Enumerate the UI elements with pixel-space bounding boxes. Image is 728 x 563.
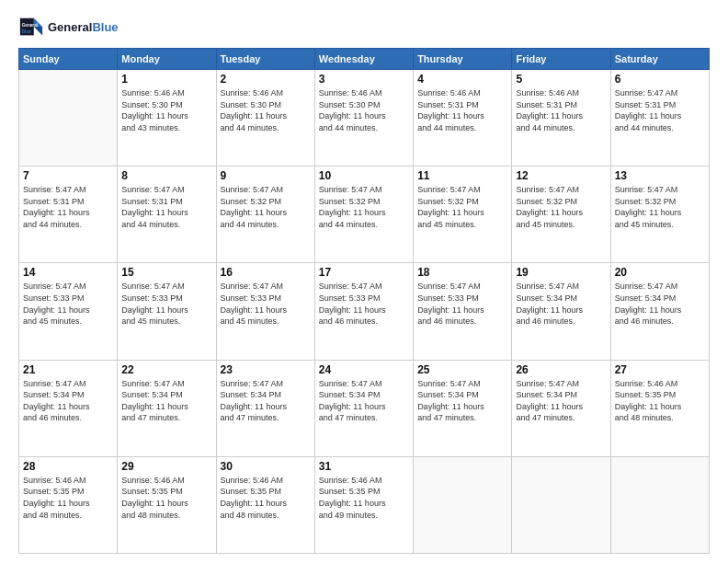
day-number: 2 [221,73,311,86]
calendar-cell: 21Sunrise: 5:47 AM Sunset: 5:34 PM Dayli… [19,360,118,456]
day-number: 22 [121,363,211,376]
day-header-monday: Monday [118,49,216,70]
calendar-cell: 10Sunrise: 5:47 AM Sunset: 5:32 PM Dayli… [314,167,413,263]
day-header-thursday: Thursday [414,49,512,70]
logo-line1: GeneralBlue [48,21,119,34]
calendar-cell: 6Sunrise: 5:47 AM Sunset: 5:31 PM Daylig… [610,70,709,167]
calendar-header-row: SundayMondayTuesdayWednesdayThursdayFrid… [19,49,710,70]
calendar-cell: 14Sunrise: 5:47 AM Sunset: 5:33 PM Dayli… [19,263,118,360]
calendar-cell: 4Sunrise: 5:46 AM Sunset: 5:31 PM Daylig… [414,70,512,167]
cell-info: Sunrise: 5:46 AM Sunset: 5:30 PM Dayligh… [121,87,211,133]
calendar-cell: 18Sunrise: 5:47 AM Sunset: 5:33 PM Dayli… [414,263,512,360]
calendar-cell: 20Sunrise: 5:47 AM Sunset: 5:34 PM Dayli… [610,263,709,360]
cell-info: Sunrise: 5:46 AM Sunset: 5:35 PM Dayligh… [23,475,113,521]
calendar-cell: 24Sunrise: 5:47 AM Sunset: 5:34 PM Dayli… [314,360,413,456]
logo: General Blue GeneralBlue [18,15,119,40]
day-number: 14 [23,266,113,279]
calendar-cell: 9Sunrise: 5:47 AM Sunset: 5:32 PM Daylig… [216,167,314,263]
cell-info: Sunrise: 5:47 AM Sunset: 5:32 PM Dayligh… [516,184,606,230]
cell-info: Sunrise: 5:47 AM Sunset: 5:33 PM Dayligh… [121,281,211,327]
calendar-cell: 16Sunrise: 5:47 AM Sunset: 5:33 PM Dayli… [216,263,314,360]
day-number: 19 [516,266,606,279]
day-header-tuesday: Tuesday [216,49,314,70]
cell-info: Sunrise: 5:47 AM Sunset: 5:34 PM Dayligh… [319,378,409,424]
cell-info: Sunrise: 5:47 AM Sunset: 5:34 PM Dayligh… [23,378,113,424]
day-number: 20 [615,266,705,279]
cell-info: Sunrise: 5:47 AM Sunset: 5:32 PM Dayligh… [221,184,311,230]
day-number: 30 [221,460,311,473]
day-number: 27 [615,363,705,376]
day-header-friday: Friday [512,49,610,70]
header: General Blue GeneralBlue [18,15,710,40]
cell-info: Sunrise: 5:47 AM Sunset: 5:33 PM Dayligh… [23,281,113,327]
day-number: 3 [319,73,409,86]
calendar-cell: 2Sunrise: 5:46 AM Sunset: 5:30 PM Daylig… [216,70,314,167]
cell-info: Sunrise: 5:47 AM Sunset: 5:34 PM Dayligh… [417,378,507,424]
day-number: 25 [417,363,507,376]
calendar-cell: 23Sunrise: 5:47 AM Sunset: 5:34 PM Dayli… [216,360,314,456]
day-number: 15 [121,266,211,279]
calendar-cell: 13Sunrise: 5:47 AM Sunset: 5:32 PM Dayli… [610,167,709,263]
day-number: 31 [319,460,409,473]
day-number: 11 [417,169,507,182]
cell-info: Sunrise: 5:47 AM Sunset: 5:32 PM Dayligh… [615,184,705,230]
day-number: 5 [516,73,606,86]
cell-info: Sunrise: 5:46 AM Sunset: 5:35 PM Dayligh… [319,475,409,521]
calendar-cell: 28Sunrise: 5:46 AM Sunset: 5:35 PM Dayli… [19,456,118,553]
day-number: 9 [221,169,311,182]
day-header-saturday: Saturday [610,49,709,70]
calendar-week-4: 21Sunrise: 5:47 AM Sunset: 5:34 PM Dayli… [19,360,710,456]
day-number: 29 [121,460,211,473]
page: General Blue GeneralBlue SundayMondayTue… [0,0,728,563]
calendar-week-5: 28Sunrise: 5:46 AM Sunset: 5:35 PM Dayli… [19,456,710,553]
calendar-cell: 25Sunrise: 5:47 AM Sunset: 5:34 PM Dayli… [414,360,512,456]
day-number: 7 [23,169,113,182]
day-number: 28 [23,460,113,473]
cell-info: Sunrise: 5:47 AM Sunset: 5:34 PM Dayligh… [221,378,311,424]
calendar-cell: 5Sunrise: 5:46 AM Sunset: 5:31 PM Daylig… [512,70,610,167]
day-number: 23 [221,363,311,376]
cell-info: Sunrise: 5:46 AM Sunset: 5:31 PM Dayligh… [516,87,606,133]
day-number: 4 [417,73,507,86]
cell-info: Sunrise: 5:47 AM Sunset: 5:34 PM Dayligh… [516,378,606,424]
day-number: 16 [221,266,311,279]
calendar-week-3: 14Sunrise: 5:47 AM Sunset: 5:33 PM Dayli… [19,263,710,360]
svg-text:Blue: Blue [22,29,32,34]
calendar-cell: 31Sunrise: 5:46 AM Sunset: 5:35 PM Dayli… [314,456,413,553]
day-number: 6 [615,73,705,86]
cell-info: Sunrise: 5:46 AM Sunset: 5:30 PM Dayligh… [319,87,409,133]
day-number: 1 [121,73,211,86]
calendar-cell: 3Sunrise: 5:46 AM Sunset: 5:30 PM Daylig… [314,70,413,167]
calendar-cell: 19Sunrise: 5:47 AM Sunset: 5:34 PM Dayli… [512,263,610,360]
calendar-cell: 30Sunrise: 5:46 AM Sunset: 5:35 PM Dayli… [216,456,314,553]
logo-text: GeneralBlue [48,21,119,34]
calendar-cell: 29Sunrise: 5:46 AM Sunset: 5:35 PM Dayli… [118,456,216,553]
svg-marker-1 [34,27,42,35]
cell-info: Sunrise: 5:47 AM Sunset: 5:33 PM Dayligh… [221,281,311,327]
calendar-cell: 7Sunrise: 5:47 AM Sunset: 5:31 PM Daylig… [19,167,118,263]
cell-info: Sunrise: 5:46 AM Sunset: 5:35 PM Dayligh… [121,475,211,521]
day-number: 10 [319,169,409,182]
day-number: 8 [121,169,211,182]
cell-info: Sunrise: 5:47 AM Sunset: 5:34 PM Dayligh… [121,378,211,424]
calendar-cell: 17Sunrise: 5:47 AM Sunset: 5:33 PM Dayli… [314,263,413,360]
cell-info: Sunrise: 5:46 AM Sunset: 5:30 PM Dayligh… [221,87,311,133]
day-number: 12 [516,169,606,182]
cell-info: Sunrise: 5:46 AM Sunset: 5:35 PM Dayligh… [615,378,705,424]
cell-info: Sunrise: 5:47 AM Sunset: 5:33 PM Dayligh… [417,281,507,327]
calendar-table: SundayMondayTuesdayWednesdayThursdayFrid… [18,48,710,554]
cell-info: Sunrise: 5:47 AM Sunset: 5:34 PM Dayligh… [516,281,606,327]
day-number: 18 [417,266,507,279]
calendar-cell [610,456,709,553]
day-number: 26 [516,363,606,376]
calendar-cell [414,456,512,553]
day-number: 13 [615,169,705,182]
svg-text:General: General [22,23,38,28]
day-number: 17 [319,266,409,279]
calendar-cell: 15Sunrise: 5:47 AM Sunset: 5:33 PM Dayli… [118,263,216,360]
calendar-cell: 27Sunrise: 5:46 AM Sunset: 5:35 PM Dayli… [610,360,709,456]
cell-info: Sunrise: 5:47 AM Sunset: 5:32 PM Dayligh… [417,184,507,230]
cell-info: Sunrise: 5:47 AM Sunset: 5:31 PM Dayligh… [23,184,113,230]
calendar-cell: 11Sunrise: 5:47 AM Sunset: 5:32 PM Dayli… [414,167,512,263]
cell-info: Sunrise: 5:47 AM Sunset: 5:34 PM Dayligh… [615,281,705,327]
